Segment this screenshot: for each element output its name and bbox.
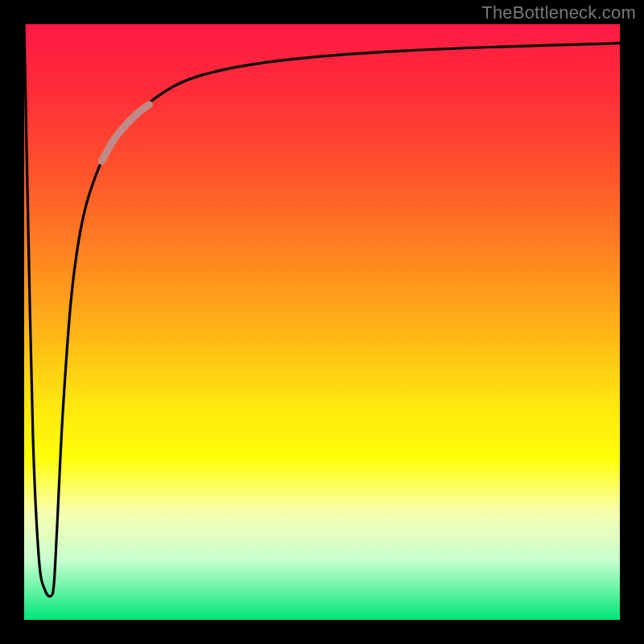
highlight-segment (101, 105, 149, 161)
attribution-text: TheBottleneck.com (481, 2, 636, 23)
plot-area (24, 24, 620, 620)
curve-main (24, 24, 620, 597)
curve-svg (24, 24, 620, 620)
chart-frame: TheBottleneck.com (0, 0, 644, 644)
